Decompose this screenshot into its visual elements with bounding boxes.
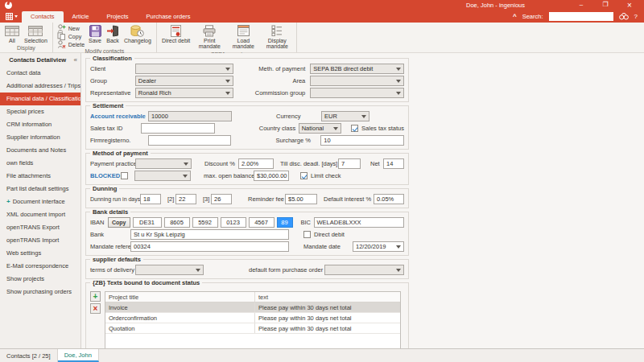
- representative-select[interactable]: Ronald Rich: [135, 88, 233, 98]
- sidebar-item-opentrans-export[interactable]: openTRANS Export: [0, 221, 80, 234]
- add-text-row-button[interactable]: [90, 291, 101, 302]
- default-interest-label: Default interest %: [324, 195, 374, 203]
- group-select[interactable]: Dealer: [135, 76, 233, 86]
- sidebar-item-file-attachments[interactable]: File attachments: [0, 170, 80, 183]
- account-receivable-label[interactable]: Account receivable: [90, 113, 148, 120]
- surcharge-field[interactable]: 10: [320, 135, 404, 146]
- iban-segment-1[interactable]: DE31: [133, 217, 162, 228]
- table-row-invoice[interactable]: Invoice Please pay within 30 days net to…: [105, 302, 400, 313]
- surcharge-label: Surcharge %: [275, 137, 320, 144]
- bic-label: BIC: [301, 219, 314, 226]
- tab-projects[interactable]: Projects: [97, 11, 137, 23]
- sidebar-item-crm-information[interactable]: CRM information: [0, 118, 80, 131]
- max-open-balance-field[interactable]: $30,000.00: [254, 171, 289, 181]
- maximize-button[interactable]: [593, 1, 617, 10]
- all-button[interactable]: All: [2, 23, 22, 44]
- sidebar-item-email-correspondence[interactable]: E-Mail correspondence: [0, 260, 80, 273]
- new-contact-button[interactable]: New: [57, 24, 85, 32]
- commission-group-select[interactable]: [310, 88, 404, 98]
- sidebar-item-special-prices[interactable]: Special prices: [0, 105, 80, 118]
- firmregister-field[interactable]: [148, 135, 232, 146]
- application-menu-button[interactable]: [0, 10, 22, 23]
- selection-button[interactable]: Selection: [22, 23, 50, 44]
- discount-field[interactable]: 2.00%: [238, 158, 274, 169]
- iban-segment-3[interactable]: 5592: [192, 217, 218, 228]
- sidebar-item-show-purchasing-orders[interactable]: Show purchasing orders: [0, 286, 80, 298]
- help-icon[interactable]: [634, 13, 638, 20]
- iban-segment-5[interactable]: 4567: [249, 217, 275, 228]
- display-mandate-button[interactable]: Display mandate: [260, 23, 294, 51]
- sidebar-item-supplier-information[interactable]: Supplier information: [0, 131, 80, 144]
- direct-debit-checkbox[interactable]: [303, 231, 311, 238]
- dunning-run-2-field[interactable]: 22: [175, 194, 196, 204]
- sidebar-item-opentrans-import[interactable]: openTRANS Import: [0, 234, 80, 247]
- method-of-payment-select[interactable]: SEPA B2B direct debit: [310, 64, 404, 74]
- limit-check-checkbox[interactable]: [300, 172, 308, 179]
- sidebar-item-xml-document-import[interactable]: XML document import: [0, 208, 80, 221]
- collapse-ribbon-icon[interactable]: [513, 13, 517, 20]
- delete-text-row-button[interactable]: [90, 303, 101, 314]
- sidebar-item-financial-data[interactable]: Financial data / Classification: [0, 93, 80, 105]
- tab-article[interactable]: Article: [64, 11, 98, 23]
- blocked-reason-select[interactable]: [134, 171, 191, 181]
- net-field[interactable]: 14: [383, 158, 404, 169]
- search-input[interactable]: [549, 12, 613, 21]
- sales-tax-status-checkbox[interactable]: [351, 125, 358, 132]
- back-button[interactable]: Back: [104, 23, 122, 44]
- bic-field[interactable]: WELADE8LXXX: [314, 217, 405, 228]
- ribbon-group-label-display: Display: [2, 44, 50, 52]
- sales-tax-id-field[interactable]: [141, 123, 215, 134]
- load-mandate-button[interactable]: Load mandate: [226, 23, 260, 51]
- sidebar-item-contact-data[interactable]: Contact data: [0, 67, 80, 80]
- sidebar-item-own-fields[interactable]: own fields: [0, 157, 80, 170]
- column-text[interactable]: text: [255, 294, 400, 301]
- blocked-checkbox[interactable]: [121, 172, 128, 179]
- footer-tab-contacts-list[interactable]: Contacts [2 / 25]: [0, 349, 58, 362]
- account-receivable-field[interactable]: 10000: [148, 111, 232, 121]
- mandate-reference-field[interactable]: 00324: [130, 241, 289, 252]
- table-row-quotation[interactable]: Quotation Please pay within 30 days net …: [105, 323, 400, 334]
- sidebar-item-part-list-defaults[interactable]: Part list default settings: [0, 183, 80, 195]
- direct-debit-button[interactable]: Direct debit: [159, 23, 192, 44]
- iban-segment-2[interactable]: 8605: [164, 217, 190, 228]
- sidebar-item-document-interface[interactable]: Document interface: [0, 195, 80, 208]
- changelog-button[interactable]: Changelog: [122, 23, 154, 44]
- reminder-fee-field[interactable]: $5.00: [285, 194, 317, 204]
- area-select[interactable]: [310, 76, 404, 86]
- dunning-run-3-label: [3]: [203, 195, 211, 203]
- currency-select[interactable]: EUR: [321, 111, 369, 121]
- binoculars-search-icon[interactable]: [619, 12, 629, 22]
- client-select[interactable]: [135, 64, 233, 74]
- bank-name-field[interactable]: St u Kr Spk Leipzig: [130, 229, 289, 240]
- sidebar-item-show-projects[interactable]: Show projects: [0, 273, 80, 286]
- dunning-run-1-field[interactable]: 18: [140, 194, 161, 204]
- save-button[interactable]: Save: [86, 23, 104, 44]
- copy-iban-button[interactable]: Copy: [108, 217, 130, 228]
- default-form-purchase-order-select[interactable]: [324, 265, 404, 275]
- minimize-button[interactable]: [569, 1, 593, 10]
- sidebar-collapse-icon[interactable]: [74, 56, 77, 64]
- terms-of-delivery-select[interactable]: [135, 265, 204, 275]
- sidebar-item-web-settings[interactable]: Web settings: [0, 247, 80, 260]
- print-mandate-button[interactable]: Print mandate: [192, 23, 226, 51]
- default-interest-field[interactable]: 0.05%: [374, 194, 404, 204]
- chevron-down-icon: [14, 15, 18, 18]
- iban-segment-6-selected[interactable]: 89: [277, 217, 293, 228]
- copy-contact-button[interactable]: Copy: [57, 32, 85, 40]
- mandate-date-picker[interactable]: 12/20/2019: [353, 241, 404, 252]
- tab-purchase-orders[interactable]: Purchase orders: [138, 11, 200, 23]
- country-class-select[interactable]: National: [299, 123, 341, 134]
- close-button[interactable]: [617, 1, 642, 10]
- section-title: {ZB} Texts bound to document status: [90, 279, 202, 286]
- dunning-run-3-field[interactable]: 26: [211, 194, 232, 204]
- table-row-orderconfirmation[interactable]: Orderconfirmation Please pay within 30 d…: [105, 313, 400, 323]
- iban-segment-4[interactable]: 0123: [221, 217, 246, 228]
- payment-practice-select[interactable]: [135, 158, 192, 169]
- footer-tab-current-contact[interactable]: Doe, John: [58, 349, 99, 362]
- sidebar-item-documents-notes[interactable]: Documents and Notes: [0, 144, 80, 157]
- bottom-tab-bar: Contacts [2 / 25] Doe, John: [0, 348, 644, 362]
- column-project-title[interactable]: Project title: [105, 292, 255, 302]
- tab-contacts[interactable]: Contacts: [22, 11, 64, 23]
- sidebar-item-additional-addresses[interactable]: Additional addresses / Trips: [0, 80, 80, 93]
- till-discount-deadline-field[interactable]: 7: [338, 158, 361, 169]
